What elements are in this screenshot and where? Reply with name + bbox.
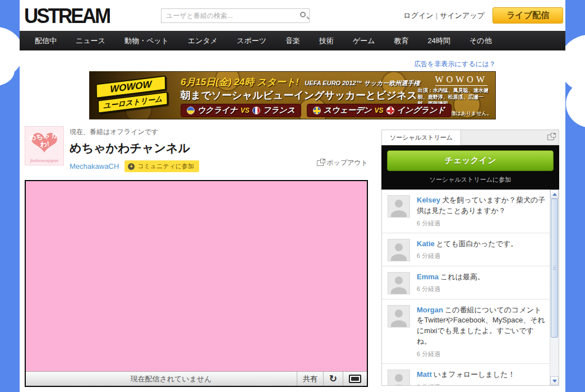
chevron-up-icon [552,193,557,196]
ad-matches: ウクライナ VS フランス スウェーデン VS イングランド [181,104,452,117]
chat-scrollbar[interactable] [550,190,559,385]
chat-body: Mattいまフォローしました！ 6 分経過 [417,370,515,386]
signup-link[interactable]: サインアップ [440,11,485,20]
match2-team2: イングランド [397,105,445,116]
nav-item-live[interactable]: 配信中 [25,36,66,46]
ad-event-text: UEFA EURO 2012™ サッカー欧州選手権 [305,80,420,86]
sidebar-popout-icon[interactable] [547,135,554,140]
chat-body: Emmaこれは最高。 6 分経過 [417,272,485,294]
refresh-button[interactable]: ↻ [323,372,343,386]
chat-timestamp: 6 分経過 [417,285,485,294]
video-area[interactable] [26,181,367,371]
user-avatar [388,305,410,328]
channel-meta-row: MechakawaCH + コミュニティに参加 [70,160,317,172]
chevron-down-icon [552,380,557,382]
player-control-bar: 現在配信されていません 共有 ↻ [26,371,367,386]
scroll-down-button[interactable] [550,376,559,385]
popout-link[interactable]: ポップアウト [317,158,368,168]
scroll-thumb[interactable] [551,199,558,338]
hide-ad-link[interactable]: 広告を非表示にするには？ [89,59,496,69]
social-stream-feed: Kelsey犬を飼っていますか？柴犬の子供は見たことありますか？ 6 分経過 K… [381,190,559,386]
user-avatar [388,195,410,218]
ustream-logo[interactable]: USTREAM [24,4,109,27]
ad-subheadline: 朝までソーシャルビューイングサッカーとビジネス [181,89,417,102]
search-icon[interactable] [300,12,306,17]
join-stream-link[interactable]: ソーシャルストリームに参加 [387,176,554,184]
nav-item-tech[interactable]: 技術 [310,36,343,46]
nav-item-education[interactable]: 教育 [385,36,418,46]
nav-item-news[interactable]: ニュース [66,36,115,46]
nav-item-other[interactable]: その他 [460,36,501,46]
ad-headline: 6月15日(金) 24時 スタート! UEFA EURO 2012™ サッカー欧… [181,76,420,89]
chat-username[interactable]: Matt [417,370,432,379]
scroll-up-button[interactable] [550,190,559,199]
match-ukraine-france: ウクライナ VS フランス [181,104,301,117]
cloud-decoration [566,80,585,128]
chat-text: これは最高。 [440,273,485,281]
match-sweden-england: スウェーデン VS イングランド [307,104,452,117]
chat-body: Kelsey犬を飼っていますか？柴犬の子供は見たことありますか？ 6 分経過 [417,195,547,228]
france-flag-icon [252,107,260,114]
user-avatar [388,239,410,261]
chat-timestamp: 6 分経過 [417,350,547,359]
nav-item-24hour[interactable]: 24時間 [418,36,460,46]
chat-body: Katieとても面白かったです。 6 分経過 [417,239,518,261]
search-box [161,8,310,23]
chat-username[interactable]: Kelsey [417,196,440,204]
ukraine-flag-icon [187,107,195,114]
ad-section: 広告を非表示にするには？ WOWOW ユーロストリーム 6月15日(金) 24時… [89,50,496,119]
chat-timestamp: 6 分経過 [417,383,515,386]
chat-text: とても面白かったです。 [436,239,518,248]
join-community-button[interactable]: + コミュニティに参加 [125,160,199,172]
avatar-subtext: fashiononjapan [25,158,63,163]
nav-item-animals[interactable]: 動物・ペット [115,36,178,46]
tab-social-stream[interactable]: ソーシャルストリーム [382,130,461,145]
plus-icon: + [128,163,135,170]
nav-item-games[interactable]: ゲーム [343,36,385,46]
ad-date-text: 6月15日(金) 24時 スタート! [181,77,299,87]
ad-banner[interactable]: WOWOW ユーロストリーム 6月15日(金) 24時 スタート! UEFA E… [89,71,496,119]
match2-vs: VS [375,107,384,114]
chat-username[interactable]: Emma [417,273,439,281]
chat-message: Mattいまフォローしました！ 6 分経過 [382,364,550,386]
main-content: ❤ めちゃ かわ! fashiononjapan 現在、番組はオフラインです め… [20,126,565,387]
match1-team1: ウクライナ [197,105,238,116]
auth-separator: | [436,11,437,20]
user-avatar [388,272,410,294]
refresh-icon: ↻ [329,374,337,384]
login-link[interactable]: ログイン [404,11,434,20]
match1-team2: フランス [263,105,295,116]
match2-team1: スウェーデン [324,105,372,116]
chat-timestamp: 6 分経過 [417,252,518,261]
channel-column: ❤ めちゃ かわ! fashiononjapan 現在、番組はオフラインです め… [25,126,368,387]
chat-username[interactable]: Morgan [417,306,443,314]
popout-label: ポップアウト [326,158,368,168]
england-flag-icon [386,107,394,114]
channel-title: めちゃかわチャンネル [70,140,317,156]
chat-message: Emmaこれは最高。 6 分経過 [382,266,550,299]
nav-item-sports[interactable]: スポーツ [227,36,276,46]
nav-item-entertainment[interactable]: エンタメ [178,36,227,46]
channel-header: ❤ めちゃ かわ! fashiononjapan 現在、番組はオフラインです め… [25,126,368,172]
scroll-track[interactable] [550,199,559,376]
player-offline-message: 現在配信されていません [26,372,316,386]
chat-list: Kelsey犬を飼っていますか？柴犬の子供は見たことありますか？ 6 分経過 K… [382,190,550,386]
sweden-flag-icon [313,107,321,114]
match1-vs: VS [241,107,250,114]
fullscreen-button[interactable] [343,372,367,386]
search-input[interactable] [161,8,310,23]
channel-username-link[interactable]: MechakawaCH [70,162,119,170]
category-nav: 配信中 ニュース 動物・ペット エンタメ スポーツ 音楽 技術 ゲーム 教育 2… [20,31,565,50]
site-header: USTREAM ログイン|サインアップ ライブ配信 [20,0,565,31]
channel-info: 現在、番組はオフラインです めちゃかわチャンネル MechakawaCH + コ… [70,126,317,172]
chat-body: Morganこの番組についてのコメントをTwitterやFacebook、MyS… [417,305,547,359]
chat-username[interactable]: Katie [417,239,435,248]
chat-message: Kelsey犬を飼っていますか？柴犬の子供は見たことありますか？ 6 分経過 [382,190,550,233]
nav-item-music[interactable]: 音楽 [276,36,310,46]
checkin-button[interactable]: チェックイン [387,150,554,171]
fullscreen-icon [349,375,361,383]
live-broadcast-button[interactable]: ライブ配信 [492,7,563,24]
chat-timestamp: 6 分経過 [417,219,547,228]
video-player: 現在配信されていません 共有 ↻ [25,180,368,387]
channel-avatar[interactable]: ❤ めちゃ かわ! fashiononjapan [25,126,64,165]
